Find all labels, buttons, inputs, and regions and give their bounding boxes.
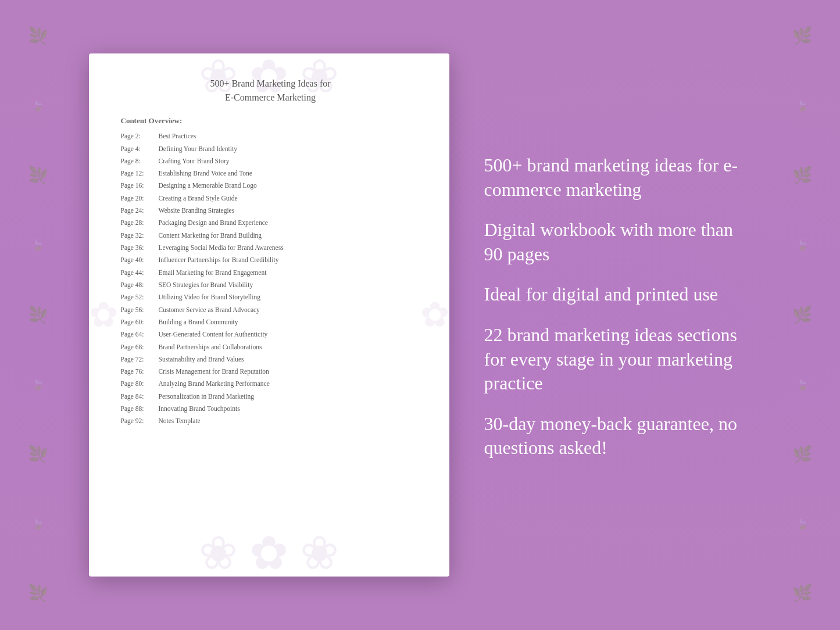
toc-page-number: Page 52: [121, 293, 159, 302]
floral-sprig-r4: 🍃 [796, 240, 809, 250]
toc-item: Page 24:Website Branding Strategies [121, 205, 420, 217]
toc-text: Analyzing Brand Marketing Performance [159, 380, 270, 388]
floral-sprig-r9: 🌿 [792, 585, 813, 602]
floral-sprig-r8: 🍃 [796, 519, 809, 529]
toc-page-number: Page 40: [121, 256, 159, 264]
floral-sprig-1: 🌿 [28, 28, 48, 44]
toc-text: User-Generated Content for Authenticity [159, 330, 268, 339]
floral-sprig-r3: 🌿 [792, 167, 813, 184]
toc-text: Brand Partnerships and Collaborations [159, 343, 262, 352]
toc-item: Page 56:Customer Service as Brand Advoca… [121, 303, 420, 316]
toc-text: Email Marketing for Brand Engagement [159, 269, 267, 277]
toc-text: Sustainability and Brand Values [159, 355, 244, 364]
toc-item: Page 36:Leveraging Social Media for Bran… [121, 242, 420, 254]
feature-item: 30-day money-back guarantee, no question… [484, 412, 752, 460]
floral-sprig-6: 🍃 [31, 380, 44, 390]
toc-page-number: Page 72: [121, 355, 159, 364]
toc-text: Crafting Your Brand Story [159, 157, 230, 166]
toc-page-number: Page 48: [121, 281, 159, 289]
floral-sprig-r6: 🍃 [796, 380, 809, 390]
toc-text: Leveraging Social Media for Brand Awaren… [159, 244, 284, 252]
toc-text: Creating a Brand Style Guide [159, 194, 238, 203]
toc-item: Page 80:Analyzing Brand Marketing Perfor… [121, 378, 420, 390]
feature-text: 22 brand marketing ideas sections for ev… [484, 323, 752, 396]
toc-text: Utilizing Video for Brand Storytelling [159, 293, 260, 302]
toc-page-number: Page 12: [121, 169, 159, 178]
toc-page-number: Page 16: [121, 181, 159, 190]
toc-item: Page 64:User-Generated Content for Authe… [121, 328, 420, 341]
toc-item: Page 2:Best Practices [121, 130, 420, 142]
toc-page-number: Page 2: [121, 132, 159, 141]
watermark-bottom: ❀ ✿ ❀ [89, 530, 449, 577]
floral-sprig-2: 🍃 [31, 101, 44, 111]
toc-page-number: Page 80: [121, 380, 159, 388]
feature-text: Digital workbook with more than 90 pages [484, 218, 752, 266]
feature-text: 30-day money-back guarantee, no question… [484, 412, 752, 460]
toc-page-number: Page 4: [121, 145, 159, 153]
toc-page-number: Page 8: [121, 157, 159, 166]
toc-item: Page 4:Defining Your Brand Identity [121, 142, 420, 155]
floral-sprig-7: 🌿 [28, 446, 48, 463]
toc-text: Website Branding Strategies [159, 206, 235, 215]
toc-list: Page 2:Best PracticesPage 4:Defining You… [121, 130, 420, 428]
toc-text: Crisis Management for Brand Reputation [159, 367, 269, 376]
feature-item: Digital workbook with more than 90 pages [484, 218, 752, 266]
overview-label: Content Overview: [121, 116, 420, 126]
toc-item: Page 16:Designing a Memorable Brand Logo [121, 180, 420, 192]
toc-page-number: Page 20: [121, 194, 159, 203]
toc-item: Page 60:Building a Brand Community [121, 316, 420, 328]
toc-item: Page 8:Crafting Your Brand Story [121, 155, 420, 167]
floral-sprig-8: 🍃 [31, 519, 44, 529]
feature-item: Ideal for digital and printed use [484, 282, 752, 307]
document-title: 500+ Brand Marketing Ideas for E-Commerc… [121, 77, 420, 105]
toc-text: Notes Template [159, 417, 201, 425]
floral-border-left: 🌿 🍃 🌿 🍃 🌿 🍃 🌿 🍃 🌿 [0, 0, 76, 630]
toc-item: Page 20:Creating a Brand Style Guide [121, 192, 420, 205]
floral-sprig-4: 🍃 [31, 240, 44, 250]
toc-item: Page 72:Sustainability and Brand Values [121, 353, 420, 366]
floral-sprig-r7: 🌿 [792, 446, 813, 463]
toc-item: Page 12:Establishing Brand Voice and Ton… [121, 167, 420, 180]
document-panel: ❀ ✿ ❀ ❀ ✿ ❀ ✿ ✿ 500+ Brand Marketing Ide… [89, 53, 449, 577]
floral-sprig-r5: 🌿 [792, 307, 813, 323]
toc-text: Content Marketing for Brand Building [159, 231, 262, 240]
toc-text: Designing a Memorable Brand Logo [159, 181, 257, 190]
toc-item: Page 52:Utilizing Video for Brand Storyt… [121, 291, 420, 303]
watermark-left: ✿ [89, 298, 118, 332]
feature-text: 500+ brand marketing ideas for e-commerc… [484, 153, 752, 202]
toc-page-number: Page 60: [121, 318, 159, 327]
main-content: ❀ ✿ ❀ ❀ ✿ ❀ ✿ ✿ 500+ Brand Marketing Ide… [0, 0, 840, 630]
toc-text: Innovating Brand Touchpoints [159, 405, 240, 413]
toc-item: Page 84:Personalization in Brand Marketi… [121, 391, 420, 403]
toc-item: Page 32:Content Marketing for Brand Buil… [121, 230, 420, 242]
toc-page-number: Page 24: [121, 206, 159, 215]
floral-sprig-r2: 🍃 [796, 101, 809, 111]
feature-item: 500+ brand marketing ideas for e-commerc… [484, 153, 752, 202]
toc-item: Page 44:Email Marketing for Brand Engage… [121, 266, 420, 278]
toc-page-number: Page 56: [121, 306, 159, 314]
floral-border-right: 🌿 🍃 🌿 🍃 🌿 🍃 🌿 🍃 🌿 [764, 0, 840, 630]
toc-text: Customer Service as Brand Advocacy [159, 306, 260, 314]
toc-page-number: Page 28: [121, 219, 159, 227]
floral-sprig-3: 🌿 [28, 167, 48, 184]
feature-text-panel: 500+ brand marketing ideas for e-commerc… [484, 153, 752, 477]
toc-text: SEO Strategies for Brand Visibility [159, 281, 253, 289]
toc-page-number: Page 44: [121, 269, 159, 277]
toc-page-number: Page 36: [121, 244, 159, 252]
toc-item: Page 48:SEO Strategies for Brand Visibil… [121, 279, 420, 291]
toc-page-number: Page 76: [121, 367, 159, 376]
toc-item: Page 40:Influencer Partnerships for Bran… [121, 254, 420, 266]
toc-item: Page 88:Innovating Brand Touchpoints [121, 403, 420, 415]
toc-text: Best Practices [159, 132, 196, 141]
toc-text: Establishing Brand Voice and Tone [159, 169, 252, 178]
toc-page-number: Page 32: [121, 231, 159, 240]
toc-item: Page 92:Notes Template [121, 415, 420, 427]
watermark-right: ✿ [420, 298, 449, 332]
toc-page-number: Page 84: [121, 392, 159, 401]
toc-page-number: Page 88: [121, 405, 159, 413]
feature-item: 22 brand marketing ideas sections for ev… [484, 323, 752, 396]
toc-item: Page 68:Brand Partnerships and Collabora… [121, 341, 420, 353]
toc-page-number: Page 68: [121, 343, 159, 352]
floral-sprig-9: 🌿 [28, 585, 48, 602]
toc-page-number: Page 92: [121, 417, 159, 425]
